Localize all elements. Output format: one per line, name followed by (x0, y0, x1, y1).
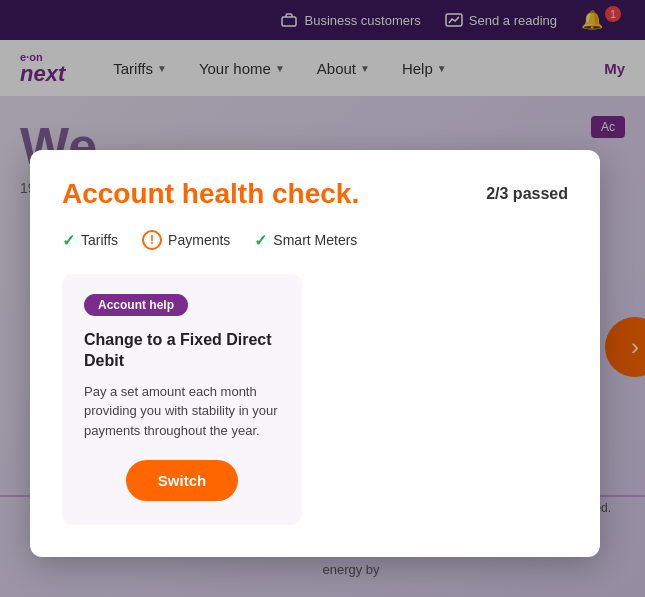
modal-header: Account health check. 2/3 passed (62, 178, 568, 210)
action-card: Account help Change to a Fixed Direct De… (62, 274, 302, 525)
smart-meters-check-icon: ✓ (254, 231, 267, 250)
check-smart-meters: ✓ Smart Meters (254, 231, 357, 250)
modal-title: Account health check. (62, 178, 359, 210)
switch-button[interactable]: Switch (126, 460, 238, 501)
health-check-modal: Account health check. 2/3 passed ✓ Tarif… (30, 150, 600, 557)
payments-warn-icon: ! (142, 230, 162, 250)
card-title: Change to a Fixed Direct Debit (84, 330, 280, 372)
tariffs-check-label: Tariffs (81, 232, 118, 248)
tariffs-check-icon: ✓ (62, 231, 75, 250)
check-tariffs: ✓ Tariffs (62, 231, 118, 250)
modal-checks: ✓ Tariffs ! Payments ✓ Smart Meters (62, 230, 568, 250)
card-tag: Account help (84, 294, 188, 316)
modal-overlay: Account health check. 2/3 passed ✓ Tarif… (0, 0, 645, 597)
smart-meters-check-label: Smart Meters (273, 232, 357, 248)
check-payments: ! Payments (142, 230, 230, 250)
card-description: Pay a set amount each month providing yo… (84, 382, 280, 441)
payments-check-label: Payments (168, 232, 230, 248)
modal-passed: 2/3 passed (486, 185, 568, 203)
